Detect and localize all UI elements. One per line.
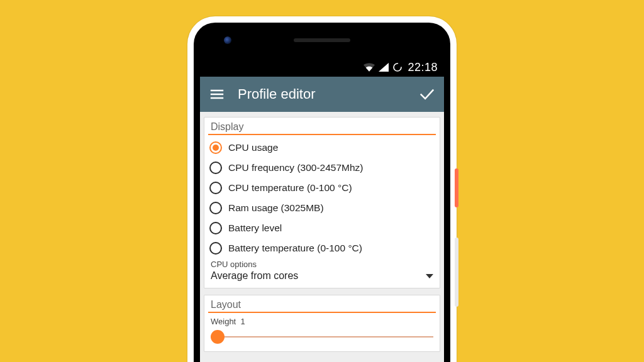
radio-option-label: Ram usage (3025MB)	[228, 202, 324, 214]
slider-thumb[interactable]	[211, 330, 225, 344]
layout-card: Layout Weight 1	[204, 295, 440, 352]
weight-label-row: Weight 1	[204, 315, 440, 326]
radio-option-label: Battery temperature (0-100 °C)	[228, 243, 362, 254]
phone-volume-button	[455, 238, 458, 307]
radio-button-icon	[209, 242, 222, 255]
radio-option-label: CPU temperature (0-100 °C)	[228, 182, 352, 194]
dropdown-caret-icon	[426, 274, 433, 278]
wifi-icon	[364, 63, 375, 72]
earpiece-speaker	[294, 38, 350, 42]
radio-button-icon	[209, 202, 222, 214]
display-radio-option[interactable]: Ram usage (3025MB)	[204, 198, 440, 218]
radio-option-label: CPU frequency (300-2457Mhz)	[228, 162, 364, 173]
phone-frame: 22:18 Profile editor Display CPU usageC	[187, 16, 457, 362]
display-radio-group: CPU usageCPU frequency (300-2457Mhz)CPU …	[204, 138, 440, 258]
cpu-options-dropdown[interactable]: Average from cores	[204, 269, 440, 288]
cellular-signal-icon	[379, 63, 389, 72]
display-radio-option[interactable]: CPU usage	[204, 138, 440, 158]
display-card: Display CPU usageCPU frequency (300-2457…	[204, 117, 440, 288]
display-radio-option[interactable]: Battery level	[204, 218, 440, 238]
app-bar: Profile editor	[200, 77, 444, 112]
cpu-options-label: CPU options	[204, 260, 440, 269]
weight-label: Weight	[211, 317, 236, 326]
svg-point-0	[394, 63, 401, 71]
layout-section-title: Layout	[204, 295, 440, 312]
section-divider	[208, 134, 436, 135]
hamburger-menu-button[interactable]	[208, 85, 226, 104]
front-camera	[224, 36, 231, 44]
slider-track	[211, 336, 433, 337]
weight-slider[interactable]	[211, 327, 433, 346]
confirm-checkmark-button[interactable]	[418, 85, 436, 104]
screen: 22:18 Profile editor Display CPU usageC	[200, 58, 444, 362]
content-scroll[interactable]: Display CPU usageCPU frequency (300-2457…	[200, 112, 444, 362]
android-status-bar: 22:18	[200, 58, 444, 77]
radio-option-label: CPU usage	[228, 142, 278, 153]
display-section-title: Display	[204, 118, 440, 134]
section-divider	[208, 312, 436, 313]
display-radio-option[interactable]: CPU frequency (300-2457Mhz)	[204, 158, 440, 178]
cpu-options-value: Average from cores	[211, 270, 298, 282]
app-bar-title: Profile editor	[238, 86, 406, 102]
radio-button-icon	[209, 222, 222, 234]
radio-option-label: Battery level	[228, 222, 282, 234]
radio-button-icon	[209, 141, 222, 154]
display-radio-option[interactable]: CPU temperature (0-100 °C)	[204, 178, 440, 198]
phone-bezel: 22:18 Profile editor Display CPU usageC	[194, 23, 450, 362]
weight-value: 1	[240, 317, 245, 326]
radio-button-icon	[209, 182, 222, 194]
loading-spinner-icon	[392, 62, 402, 72]
status-clock: 22:18	[408, 61, 438, 74]
phone-power-button	[455, 168, 458, 207]
display-radio-option[interactable]: Battery temperature (0-100 °C)	[204, 238, 440, 258]
radio-button-icon	[209, 162, 222, 174]
